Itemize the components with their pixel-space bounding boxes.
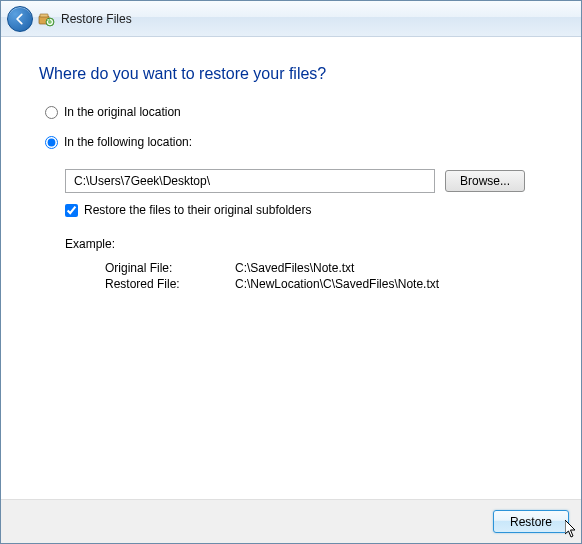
- window-title: Restore Files: [61, 12, 132, 26]
- example-restored-label: Restored File:: [105, 277, 215, 291]
- checkbox-subfolders[interactable]: [65, 204, 78, 217]
- option-following-location[interactable]: In the following location:: [39, 135, 543, 149]
- browse-button[interactable]: Browse...: [445, 170, 525, 192]
- radio-original-label[interactable]: In the original location: [64, 105, 181, 119]
- example-block: Example: Original File: C:\SavedFiles\No…: [65, 237, 543, 291]
- radio-following-label[interactable]: In the following location:: [64, 135, 192, 149]
- checkbox-subfolders-label[interactable]: Restore the files to their original subf…: [84, 203, 311, 217]
- footer-bar: Restore: [1, 499, 581, 543]
- svg-rect-1: [40, 14, 48, 17]
- option-original-location[interactable]: In the original location: [39, 105, 543, 119]
- example-heading: Example:: [65, 237, 543, 251]
- example-restored-value: C:\NewLocation\C\SavedFiles\Note.txt: [235, 277, 543, 291]
- radio-following[interactable]: [45, 136, 58, 149]
- restore-app-icon: [37, 10, 55, 28]
- radio-original[interactable]: [45, 106, 58, 119]
- titlebar: Restore Files: [1, 1, 581, 37]
- following-location-block: Browse... Restore the files to their ori…: [39, 169, 543, 291]
- example-original-value: C:\SavedFiles\Note.txt: [235, 261, 543, 275]
- example-original-label: Original File:: [105, 261, 215, 275]
- subfolders-option[interactable]: Restore the files to their original subf…: [65, 203, 543, 217]
- arrow-left-icon: [13, 12, 27, 26]
- content-area: Where do you want to restore your files?…: [1, 37, 581, 499]
- restore-files-wizard: Restore Files Where do you want to resto…: [0, 0, 582, 544]
- restore-button[interactable]: Restore: [493, 510, 569, 533]
- back-button[interactable]: [7, 6, 33, 32]
- page-heading: Where do you want to restore your files?: [39, 65, 543, 83]
- path-input[interactable]: [65, 169, 435, 193]
